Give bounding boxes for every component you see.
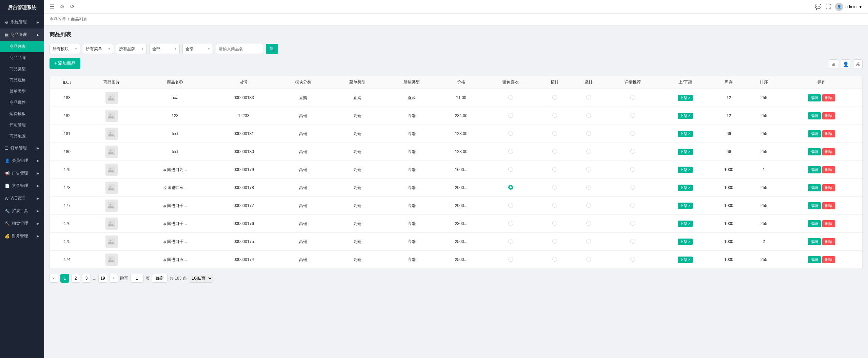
cell-h[interactable] [538,197,572,215]
fav-checked[interactable] [508,185,513,190]
cell-detail[interactable] [606,107,660,125]
edit-button[interactable]: 编辑 [808,112,821,119]
fullscreen-icon[interactable]: ⛶ [826,4,831,10]
delete-button[interactable]: 删除 [822,220,835,227]
h-circle[interactable] [552,167,557,172]
detail-circle[interactable] [630,221,635,226]
cell-detail[interactable] [606,215,660,233]
cell-fav[interactable] [484,215,538,233]
confirm-jump-button[interactable]: 确定 [152,274,167,283]
v-circle[interactable] [586,95,591,100]
column-settings-button[interactable]: ⊞ [829,59,838,69]
edit-button[interactable]: 编辑 [808,202,821,209]
cell-h[interactable] [538,215,572,233]
h-circle[interactable] [552,185,557,190]
v-circle[interactable] [586,149,591,154]
sidebar-item-review[interactable]: 评论管理 [0,119,44,131]
detail-circle[interactable] [630,257,635,262]
sidebar-item-article[interactable]: 📄 文章管理 ▶ [0,180,44,192]
refresh-icon[interactable]: ↺ [70,3,74,10]
next-page-button[interactable]: › [109,274,118,283]
settings-icon[interactable]: ⚙ [60,3,64,10]
cell-detail[interactable] [606,143,660,161]
page-btn-1[interactable]: 1 [60,274,69,283]
v-circle[interactable] [586,167,591,172]
cell-fav[interactable] [484,107,538,125]
fav-circle[interactable] [508,203,513,208]
user-settings-button[interactable]: 👤 [841,59,850,69]
fav-circle[interactable] [508,95,513,100]
delete-button[interactable]: 删除 [822,202,835,209]
edit-button[interactable]: 编辑 [808,184,821,191]
delete-button[interactable]: 删除 [822,94,835,101]
add-product-button[interactable]: + 添加商品 [50,58,80,69]
v-circle[interactable] [586,203,591,208]
h-circle[interactable] [552,131,557,136]
delete-button[interactable]: 删除 [822,184,835,191]
cell-h[interactable] [538,161,572,179]
prev-page-button[interactable]: ‹ [50,274,58,283]
cell-h[interactable] [538,107,572,125]
cell-v[interactable] [572,107,606,125]
cell-v[interactable] [572,161,606,179]
fav-circle[interactable] [508,149,513,154]
menu-toggle-icon[interactable]: ☰ [50,3,54,10]
sidebar-item-goods-spec[interactable]: 商品规格 [0,75,44,86]
cell-fav[interactable] [484,125,538,143]
cell-v[interactable] [572,143,606,161]
brand-filter[interactable]: 所有品牌 [116,44,146,54]
cell-fav[interactable] [484,143,538,161]
sidebar-item-tools[interactable]: 🔧 扩展工具 ▶ [0,205,44,217]
cell-fav[interactable] [484,89,538,107]
fav-circle[interactable] [508,167,513,172]
fav-circle[interactable] [508,221,513,226]
cell-fav[interactable] [484,161,538,179]
edit-button[interactable]: 编辑 [808,256,821,263]
sidebar-item-auction[interactable]: 🔨 拍卖管理 ▶ [0,217,44,230]
edit-button[interactable]: 编辑 [808,238,821,245]
sidebar-item-goods-brand[interactable]: 商品品牌 [0,52,44,63]
cell-detail[interactable] [606,125,660,143]
module-filter[interactable]: 所有模块 [50,44,80,54]
chat-icon[interactable]: 💬 [815,3,822,10]
cell-detail[interactable] [606,179,660,197]
h-circle[interactable] [552,257,557,262]
v-circle[interactable] [586,257,591,262]
page-btn-19[interactable]: 19 [98,274,107,283]
fav-circle[interactable] [508,239,513,244]
cell-h[interactable] [538,179,572,197]
cell-detail[interactable] [606,161,660,179]
cell-detail[interactable] [606,197,660,215]
sidebar-item-goods-region[interactable]: 商品地区 [0,131,44,142]
sidebar-item-menu-type[interactable]: 菜单类型 [0,86,44,97]
sidebar-item-goods[interactable]: ▤ 商品管理 ▲ [0,29,44,41]
sidebar-item-goods-attr[interactable]: 商品属性 [0,97,44,108]
v-circle[interactable] [586,239,591,244]
v-circle[interactable] [586,185,591,190]
search-input[interactable] [216,44,263,54]
cell-h[interactable] [538,233,572,251]
search-button[interactable]: 🔍 [266,44,278,54]
cell-h[interactable] [538,251,572,269]
edit-button[interactable]: 编辑 [808,130,821,137]
h-circle[interactable] [552,113,557,118]
sidebar-item-goods-list[interactable]: 商品列表 [0,41,44,52]
cell-fav[interactable] [484,179,538,197]
cell-h[interactable] [538,143,572,161]
detail-circle[interactable] [630,239,635,244]
v-circle[interactable] [586,113,591,118]
sidebar-item-ad[interactable]: 📢 广告管理 ▶ [0,167,44,180]
detail-circle[interactable] [630,167,635,172]
delete-button[interactable]: 删除 [822,238,835,245]
sidebar-item-member[interactable]: 👤 会员管理 ▶ [0,154,44,167]
print-button[interactable]: 🖨 [853,59,863,69]
cell-v[interactable] [572,179,606,197]
v-circle[interactable] [586,131,591,136]
cell-v[interactable] [572,251,606,269]
h-circle[interactable] [552,221,557,226]
cell-fav[interactable] [484,233,538,251]
breadcrumb-home[interactable]: 商品管理 [50,17,66,22]
cell-v[interactable] [572,89,606,107]
h-circle[interactable] [552,95,557,100]
detail-circle[interactable] [630,149,635,154]
